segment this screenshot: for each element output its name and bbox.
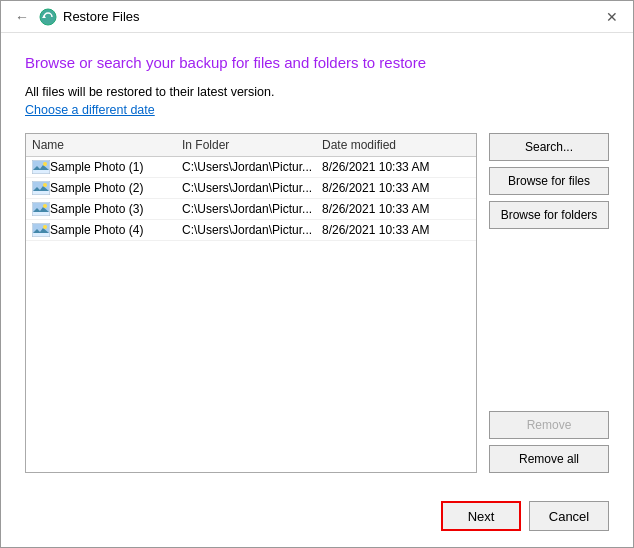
cancel-button[interactable]: Cancel (529, 501, 609, 531)
col-date-header: Date modified (322, 138, 470, 152)
svg-point-0 (40, 9, 56, 25)
svg-point-13 (43, 204, 47, 208)
back-button[interactable]: ← (11, 7, 33, 27)
svg-point-9 (43, 183, 47, 187)
main-area: Name In Folder Date modified Sample Phot… (25, 133, 609, 474)
file-date: 8/26/2021 10:33 AM (322, 223, 470, 237)
svg-point-5 (43, 162, 47, 166)
file-name: Sample Photo (2) (50, 181, 182, 195)
next-button[interactable]: Next (441, 501, 521, 531)
close-button[interactable]: ✕ (599, 4, 625, 30)
file-date: 8/26/2021 10:33 AM (322, 181, 470, 195)
choose-date-link[interactable]: Choose a different date (25, 103, 609, 117)
table-row[interactable]: Sample Photo (2) C:\Users\Jordan\Pictur.… (26, 178, 476, 199)
file-folder: C:\Users\Jordan\Pictur... (182, 181, 322, 195)
table-row[interactable]: Sample Photo (1) C:\Users\Jordan\Pictur.… (26, 157, 476, 178)
file-name: Sample Photo (3) (50, 202, 182, 216)
browse-files-button[interactable]: Browse for files (489, 167, 609, 195)
file-date: 8/26/2021 10:33 AM (322, 202, 470, 216)
restore-files-window: ← Restore Files ✕ Browse or search your … (0, 0, 634, 548)
content-area: Browse or search your backup for files a… (1, 33, 633, 489)
remove-all-button[interactable]: Remove all (489, 445, 609, 473)
col-name-header: Name (32, 138, 182, 152)
file-icon (32, 202, 50, 216)
file-icon (32, 181, 50, 195)
file-icon (32, 160, 50, 174)
search-button[interactable]: Search... (489, 133, 609, 161)
browse-folders-button[interactable]: Browse for folders (489, 201, 609, 229)
remove-button[interactable]: Remove (489, 411, 609, 439)
svg-point-17 (43, 225, 47, 229)
restore-icon (39, 8, 57, 26)
page-heading: Browse or search your backup for files a… (25, 53, 609, 73)
footer: Next Cancel (1, 489, 633, 547)
col-folder-header: In Folder (182, 138, 322, 152)
title-bar-left: ← Restore Files (11, 7, 140, 27)
file-name: Sample Photo (4) (50, 223, 182, 237)
file-list-container: Name In Folder Date modified Sample Phot… (25, 133, 477, 474)
window-title: Restore Files (63, 9, 140, 24)
file-date: 8/26/2021 10:33 AM (322, 160, 470, 174)
file-folder: C:\Users\Jordan\Pictur... (182, 223, 322, 237)
file-folder: C:\Users\Jordan\Pictur... (182, 202, 322, 216)
file-icon (32, 223, 50, 237)
table-row[interactable]: Sample Photo (3) C:\Users\Jordan\Pictur.… (26, 199, 476, 220)
file-name: Sample Photo (1) (50, 160, 182, 174)
table-row[interactable]: Sample Photo (4) C:\Users\Jordan\Pictur.… (26, 220, 476, 241)
info-text: All files will be restored to their late… (25, 85, 609, 99)
list-header: Name In Folder Date modified (26, 134, 476, 157)
spacer (489, 235, 609, 406)
title-bar: ← Restore Files ✕ (1, 1, 633, 33)
file-folder: C:\Users\Jordan\Pictur... (182, 160, 322, 174)
right-panel: Search... Browse for files Browse for fo… (489, 133, 609, 474)
